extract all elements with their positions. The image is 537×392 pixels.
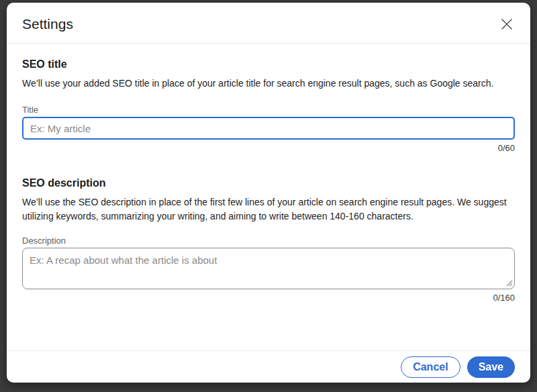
title-char-counter: 0/60	[22, 143, 515, 154]
seo-title-input[interactable]	[22, 117, 515, 140]
close-button[interactable]	[498, 15, 516, 33]
seo-description-heading: SEO description	[22, 176, 515, 190]
cancel-button[interactable]: Cancel	[401, 356, 460, 378]
seo-description-description: We’ll use the SEO description in place o…	[22, 195, 515, 224]
dialog-header: Settings	[7, 3, 530, 44]
dialog-footer: Cancel Save	[7, 350, 530, 383]
dialog-title: Settings	[22, 14, 73, 34]
seo-title-heading: SEO title	[22, 57, 515, 71]
dialog-body: SEO title We’ll use your added SEO title…	[7, 44, 530, 350]
settings-dialog: Settings SEO title We’ll use your added …	[7, 3, 530, 383]
description-char-counter: 0/160	[22, 293, 515, 303]
description-textarea-wrap	[22, 248, 515, 289]
title-field-label: Title	[22, 105, 515, 115]
save-button[interactable]: Save	[467, 356, 515, 378]
close-icon	[501, 18, 513, 30]
description-field-label: Description	[22, 236, 515, 246]
seo-title-description: We’ll use your added SEO title in place …	[22, 77, 515, 91]
seo-description-textarea[interactable]	[22, 248, 515, 289]
